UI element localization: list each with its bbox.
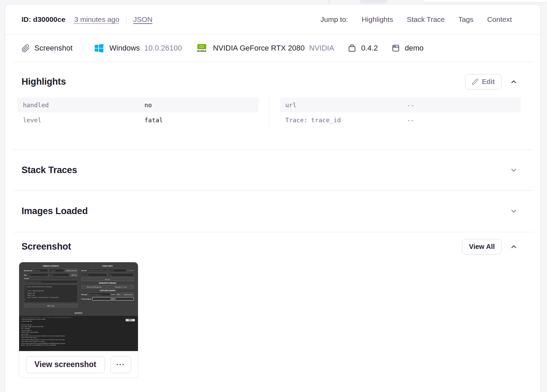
highlight-row-handled: handled no [17,97,258,112]
event-id: ID: d30000ce [22,15,65,24]
cutoff-toolbar-divider [329,0,329,3]
jump-link-context[interactable]: Context [487,15,512,24]
cutoff-toolbar-panel [422,0,547,3]
screenshot-card-footer: View screenshot ··· [19,351,138,378]
screenshot-section: Screenshot View All ENRICH EVENTS Breadc… [5,232,541,378]
os-name: Windows [109,44,140,53]
stack-traces-title: Stack Traces [22,165,502,176]
screenshot-more-options-button[interactable]: ··· [110,356,131,373]
screenshot-thumbnail-image[interactable]: ENRICH EVENTS Breadcrumb: Message Catego… [19,262,138,351]
gpu-name: NVIDIA GeForce RTX 2080 [213,44,305,53]
view-all-screenshots-button[interactable]: View All [462,239,502,254]
app-name: demo [405,44,424,53]
os-context: Windows 10.0.26100 [93,42,182,54]
windows-logo-icon [93,42,105,54]
release-context: 0.4.2 [347,43,378,53]
screenshot-thumbnail-card: ENRICH EVENTS Breadcrumb: Message Catego… [19,262,138,378]
images-loaded-title: Images Loaded [22,206,502,216]
collapse-highlights-chevron-up-icon[interactable] [510,78,518,86]
nvidia-logo-icon: NVIDIA [195,44,209,53]
release-version: 0.4.2 [361,44,378,53]
context-bar: Screenshot Windows 10.0.26100 NVIDIA NVI… [5,34,541,62]
highlights-section: Highlights Edit handled no [5,62,541,150]
header-divider [126,16,126,23]
event-detail-card: ID: d30000ce 3 minutes ago JSON Jump to:… [5,4,541,392]
expand-stack-traces-chevron-down-icon[interactable] [510,166,518,174]
context-divider [83,43,83,53]
thumb-user-info-panel: USER INFO User ID: a9c35f9f-290b-4716-8b… [81,265,134,302]
thumb-enrich-panel: ENRICH EVENTS Breadcrumb: Message Catego… [24,265,78,308]
event-header: ID: d30000ce 3 minutes ago JSON Jump to:… [5,4,541,34]
attachment-screenshot-chip[interactable]: Screenshot [22,44,72,53]
json-link[interactable]: JSON [133,15,152,24]
highlights-title: Highlights [22,76,465,87]
jump-to-label: Jump to: [321,15,348,24]
highlights-left-column: handled no level fatal [17,97,258,127]
cutoff-toolbar-pill [360,0,388,3]
jump-link-tags[interactable]: Tags [458,15,473,24]
jump-link-stack-trace[interactable]: Stack Trace [407,15,445,24]
highlight-row-trace-id: Trace: trace_id -- [280,112,521,127]
gpu-vendor: NVIDIA [309,44,334,53]
screenshot-title: Screenshot [22,241,462,252]
expand-images-loaded-chevron-down-icon[interactable] [510,207,518,215]
thumb-info-badge: INFO [126,319,135,321]
thumb-output-title: OUTPUT [19,312,138,314]
os-version: 10.0.26100 [144,44,182,53]
gpu-context: NVIDIA NVIDIA GeForce RTX 2080 NVIDIA [195,44,334,53]
highlight-row-url: url -- [280,97,521,112]
view-screenshot-button[interactable]: View screenshot [26,356,105,373]
screenshot-chip-label: Screenshot [34,44,72,53]
highlight-row-level: level fatal [17,112,258,127]
release-box-icon [347,43,357,53]
stack-traces-section: Stack Traces [5,150,541,190]
app-window-icon [391,43,401,53]
highlights-column-divider [269,98,269,127]
pencil-icon [472,79,478,85]
edit-highlights-button[interactable]: Edit [465,74,502,89]
images-loaded-section: Images Loaded [5,191,541,232]
thumb-terminal: x-sentry-auth:Sentry sentry_key=..., sen… [19,316,138,351]
app-context: demo [391,43,424,53]
time-ago-link[interactable]: 3 minutes ago [74,15,119,24]
highlights-right-column: url -- Trace: trace_id -- [280,97,521,127]
highlights-grid: handled no level fatal url -- Trace: tra… [17,97,521,127]
collapse-screenshot-chevron-up-icon[interactable] [510,243,518,251]
jump-link-highlights[interactable]: Highlights [362,15,393,24]
paperclip-icon [22,44,30,53]
